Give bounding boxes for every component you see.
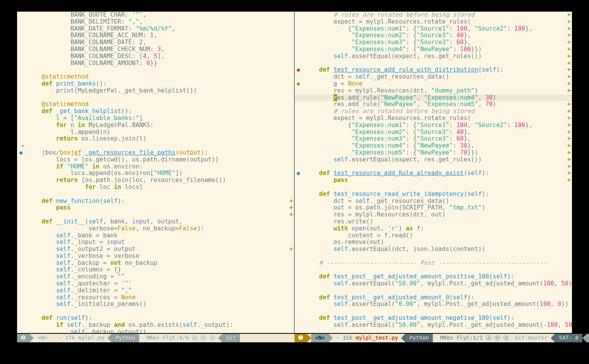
code-line[interactable] bbox=[27, 94, 289, 101]
code-line[interactable] bbox=[305, 184, 567, 191]
code-line[interactable]: self._input = input bbox=[27, 239, 289, 246]
left-window[interactable]: - ++++ BANK_QUOTE_CHAR: '"', BANK_DELIMI… bbox=[17, 12, 294, 333]
code-line[interactable]: self._resources = None bbox=[27, 294, 289, 301]
code-line[interactable]: @staticmethod bbox=[27, 74, 289, 81]
modeline-right[interactable]: ➋ <N> - 31k mylpl_test.py Python MRev Fl… bbox=[294, 334, 572, 342]
code-line[interactable]: res = mylpl.Resources(dct, "dummy_path") bbox=[305, 88, 567, 94]
code-line[interactable]: self._bank = bank bbox=[27, 232, 289, 239]
code-line[interactable]: def test_post__get_adjusted_amount_0(sel… bbox=[305, 294, 567, 301]
code-line[interactable]: dct = self._get_resources_data() bbox=[305, 74, 567, 81]
code-line[interactable]: return [os.path.join(loc, resources_file… bbox=[27, 177, 289, 184]
code-line[interactable] bbox=[27, 191, 289, 198]
code-line[interactable]: BANK_COLNAME_DATE: 2, bbox=[27, 39, 289, 46]
code-line[interactable]: l = ["Available banks:"] bbox=[27, 115, 289, 122]
code-line[interactable] bbox=[27, 67, 289, 74]
right-window[interactable]: +++++++++++++++++++++++++ # rules are ro… bbox=[294, 12, 572, 333]
code-line[interactable]: # rules are rotated before being stored bbox=[305, 12, 567, 19]
code-line[interactable] bbox=[305, 60, 567, 67]
code-line[interactable]: BANK_COLNAME_DESC: [4, 5], bbox=[27, 53, 289, 60]
code-line[interactable]: BANK_DELIMITER: ",", bbox=[27, 19, 289, 26]
code-line[interactable]: {"Expenses:num1": {"Source1": 100, "Sour… bbox=[305, 26, 567, 33]
code-line[interactable]: "Expenses:num2": {"Source3": 40}, bbox=[305, 129, 567, 136]
code-line[interactable]: self.assertEqual("50.00", mylpl.Post._ge… bbox=[305, 322, 567, 329]
code-line[interactable] bbox=[305, 266, 567, 273]
code-line[interactable] bbox=[27, 308, 289, 315]
code-line[interactable]: "Expenses:num3": {"Source3": 60}, bbox=[305, 39, 567, 46]
code-line[interactable]: os.remove(out) bbox=[305, 239, 567, 246]
code-line[interactable]: def test_post__get_adjusted_amount_posit… bbox=[305, 273, 567, 280]
code-line[interactable]: BANK_COLNAME_AMOUNT: 6}} bbox=[27, 60, 289, 67]
minor-modes-right[interactable]: MRev FlyC:1/1 Ⓐ ⓗ Ⓢ bbox=[437, 335, 512, 342]
code-line[interactable]: locs.append(os.environ["HOME"]) bbox=[27, 170, 289, 177]
code-line[interactable]: @staticmethod bbox=[27, 101, 289, 108]
code-line[interactable] bbox=[305, 163, 567, 170]
code-line[interactable]: def _get_bank_helplist(): bbox=[27, 108, 289, 115]
code-line[interactable]: res.write() bbox=[305, 218, 567, 225]
code-line[interactable]: dct = self._get_resources_data() bbox=[305, 198, 567, 205]
window-number-2[interactable]: ➋ bbox=[294, 334, 307, 342]
code-line[interactable]: self._quotechar = '"' bbox=[27, 280, 289, 287]
code-line[interactable]: def test_resource_add_rule_with_distribu… bbox=[305, 67, 567, 74]
code-line[interactable]: def test_resource_add_Rule_already_exist… bbox=[305, 170, 567, 177]
code-line[interactable] bbox=[27, 211, 289, 218]
code-line[interactable]: self._initialize_params() bbox=[27, 301, 289, 308]
code-line[interactable]: self._output2 = output bbox=[27, 246, 289, 253]
code-line[interactable]: self._delimiter = "," bbox=[27, 287, 289, 294]
code-line[interactable]: def print_banks(): bbox=[27, 81, 289, 88]
left-code[interactable]: BANK_QUOTE_CHAR: '"', BANK_DELIMITER: ",… bbox=[27, 12, 289, 333]
code-line[interactable]: for n in MyLedgerPal.BANKS: bbox=[27, 122, 289, 129]
code-line[interactable]: expect = mylpl.Resources.rotate_rules( bbox=[305, 115, 567, 122]
code-line[interactable]: for loc in locs] bbox=[27, 184, 289, 191]
code-line[interactable]: return os.linesep.join(l) bbox=[27, 136, 289, 143]
code-line[interactable]: pass bbox=[305, 177, 567, 184]
window-number-1[interactable]: ➊ bbox=[17, 334, 29, 342]
code-line[interactable]: self._backup = not no_backup bbox=[27, 260, 289, 267]
code-line[interactable]: content = f.read() bbox=[305, 232, 567, 239]
code-line[interactable]: print(MyLedgerPal._get_bank_helplist()) bbox=[27, 88, 289, 94]
code-line[interactable]: self.assertEqual(expect, res.get_rules()… bbox=[305, 53, 567, 60]
buffer-name-left[interactable]: mylpl.py bbox=[78, 335, 104, 341]
code-line[interactable]: # ------------------------- Post -------… bbox=[305, 260, 567, 267]
git-branch-right[interactable]: Git:master bbox=[512, 335, 551, 342]
code-line[interactable]: l.append(n) bbox=[27, 129, 289, 136]
code-line[interactable]: BANK_COLNAME_CHECK_NUM: 3, bbox=[27, 46, 289, 53]
code-line[interactable]: self.assertEqual("50.00", mylpl.Post._ge… bbox=[305, 280, 567, 287]
code-line[interactable]: self.assertEqual(expect, res.get_rules()… bbox=[305, 156, 567, 163]
code-line[interactable]: verbose=False, no_backup=False): bbox=[27, 225, 289, 232]
modeline-left[interactable]: ➊ <N> - 17k mylpl.py Python MRev FlyC:0/… bbox=[17, 334, 294, 342]
code-line[interactable] bbox=[305, 253, 567, 260]
code-line[interactable] bbox=[305, 287, 567, 294]
code-line[interactable]: "Expenses:num3": {"Source3": 60}, bbox=[305, 136, 567, 143]
code-line[interactable]: "Expenses:num5": {"NewPayee": 70}}) bbox=[305, 149, 567, 156]
code-line[interactable] bbox=[27, 143, 289, 149]
code-line[interactable]: "Expenses:num4": {"NewPayee": 100}}) bbox=[305, 46, 567, 53]
code-line[interactable]: def test_resource_read_write_idempotency… bbox=[305, 191, 567, 198]
code-line[interactable]: locs = [os.getcwd(), os.path.dirname(out… bbox=[27, 156, 289, 163]
code-line[interactable]: expect = mylpl.Resources.rotate_rules( bbox=[305, 19, 567, 26]
code-line[interactable]: BANK_QUOTE_CHAR: '"', bbox=[27, 12, 289, 19]
code-line[interactable]: # rules are rotated before being stored bbox=[305, 108, 567, 115]
code-line[interactable]: "Expenses:num2": {"Source3": 40}, bbox=[305, 32, 567, 39]
code-line[interactable]: out = os.path.join(SCRIPT_PATH, "tmp.txt… bbox=[305, 204, 567, 211]
code-line[interactable]: self._backup_output() bbox=[27, 329, 289, 333]
code-line[interactable]: BANK_COLNAME_ACC_NUM: 1, bbox=[27, 32, 289, 39]
code-line[interactable]: if self._backup and os.path.exists(self.… bbox=[27, 322, 289, 329]
code-line[interactable]: a = None bbox=[305, 81, 567, 88]
code-line[interactable]: def new_function(self): bbox=[27, 198, 289, 205]
major-mode-right[interactable]: Python bbox=[405, 334, 433, 342]
code-line[interactable]: self._verbose = verbose bbox=[27, 253, 289, 260]
code-line[interactable]: pass bbox=[27, 204, 289, 211]
code-line[interactable]: res.add_rule("NewPayee", "Expenses:num4"… bbox=[305, 94, 567, 101]
git-branch-left[interactable]: Git bbox=[222, 334, 240, 342]
code-line[interactable]: res.add_rule("NewPayee", "Expenses:num5"… bbox=[305, 101, 567, 108]
code-line[interactable] bbox=[305, 308, 567, 315]
minor-modes-left[interactable]: MRev FlyC:0/0 Ⓐ ⓗ Ⓢ bbox=[143, 335, 218, 342]
buffer-name-right[interactable]: mylpl_test.py bbox=[356, 335, 398, 341]
code-line[interactable]: self._columns = {} bbox=[27, 266, 289, 273]
code-line[interactable]: def __init__(self, bank, input, output, bbox=[27, 218, 289, 225]
major-mode-left[interactable]: Python bbox=[112, 334, 139, 342]
code-line[interactable]: {"Expenses:num1": {"Source1": 100, "Sour… bbox=[305, 122, 567, 129]
right-code[interactable]: # rules are rotated before being stored … bbox=[305, 12, 567, 333]
code-line[interactable]: "Expenses:num4": {"NewPayee": 30}, bbox=[305, 143, 567, 149]
code-line[interactable]: self.assertEqual("0.00", mylpl.Post._get… bbox=[305, 301, 567, 308]
